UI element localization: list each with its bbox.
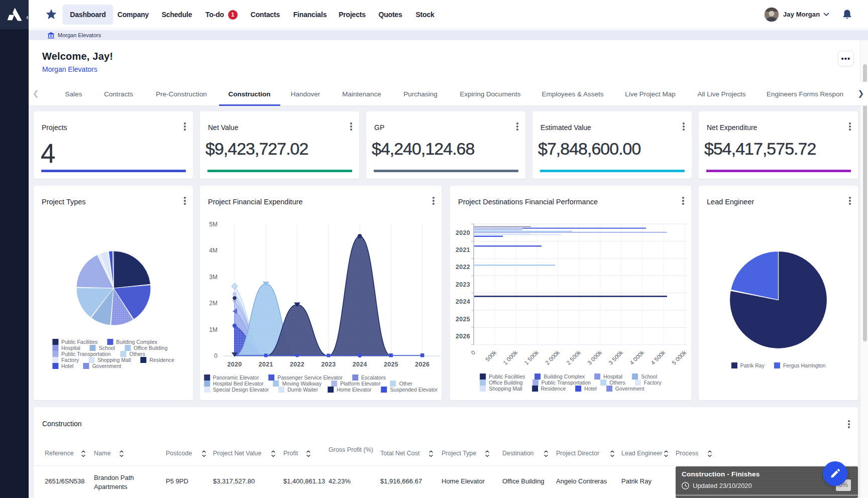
svg-text:4 000k: 4 000k	[629, 349, 645, 366]
svg-text:5M: 5M	[209, 221, 218, 228]
svg-text:2022: 2022	[290, 361, 304, 368]
svg-text:2021: 2021	[456, 246, 470, 254]
svg-text:2023: 2023	[456, 281, 470, 288]
svg-text:2022: 2022	[456, 264, 470, 271]
svg-text:3 000k: 3 000k	[587, 349, 603, 366]
svg-text:2025: 2025	[456, 316, 470, 323]
svg-text:5 000k: 5 000k	[671, 349, 688, 366]
svg-text:0: 0	[214, 352, 218, 359]
svg-text:500k: 500k	[484, 349, 497, 362]
svg-text:2M: 2M	[209, 300, 218, 307]
svg-text:0: 0	[470, 349, 476, 356]
svg-text:1M: 1M	[209, 326, 218, 333]
svg-text:2023: 2023	[321, 361, 336, 368]
svg-text:2 000k: 2 000k	[545, 349, 561, 366]
svg-text:4M: 4M	[209, 247, 218, 254]
svg-text:1 500k: 1 500k	[523, 349, 540, 366]
svg-text:2020: 2020	[456, 229, 470, 236]
svg-text:4 500k: 4 500k	[650, 349, 667, 366]
svg-text:3M: 3M	[209, 274, 218, 281]
svg-text:2025: 2025	[384, 361, 398, 368]
svg-text:1 000k: 1 000k	[502, 349, 519, 366]
svg-text:2026: 2026	[456, 333, 470, 340]
svg-text:2024: 2024	[456, 298, 470, 305]
svg-text:2026: 2026	[415, 361, 429, 368]
svg-text:3 500k: 3 500k	[608, 349, 624, 366]
svg-text:2021: 2021	[259, 361, 273, 368]
svg-text:2024: 2024	[353, 361, 367, 368]
svg-text:2 500k: 2 500k	[566, 349, 582, 366]
svg-text:2020: 2020	[227, 361, 242, 368]
